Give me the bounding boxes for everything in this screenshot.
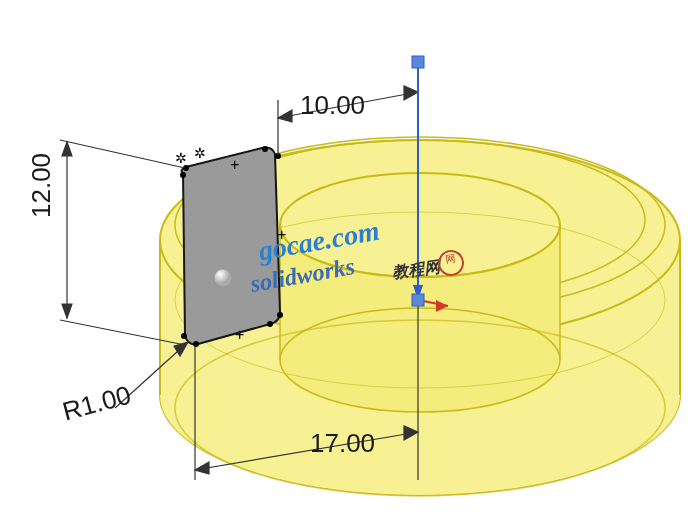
svg-point-19 (180, 172, 186, 178)
svg-text:+: + (235, 326, 244, 343)
svg-point-16 (267, 321, 273, 327)
axis-handle-center[interactable] (412, 294, 424, 306)
svg-text:✲: ✲ (175, 150, 187, 166)
dim-width-bottom[interactable]: 17.00 (310, 428, 375, 459)
svg-marker-29 (62, 142, 72, 156)
svg-text:+: + (277, 226, 286, 243)
svg-text:+: + (230, 156, 239, 173)
svg-marker-41 (195, 462, 209, 474)
svg-text:✲: ✲ (194, 145, 206, 161)
svg-point-13 (262, 146, 268, 152)
dim-width-top[interactable]: 10.00 (300, 90, 365, 121)
svg-marker-34 (278, 110, 292, 122)
dim-height[interactable]: 12.00 (26, 153, 57, 218)
svg-point-15 (277, 312, 283, 318)
svg-marker-35 (404, 86, 418, 100)
svg-point-17 (193, 341, 199, 347)
svg-point-18 (181, 333, 187, 339)
sketch-profile[interactable]: + + + + ✲ ✲ (175, 145, 286, 347)
axis-handle-top[interactable] (412, 56, 424, 68)
svg-line-26 (60, 140, 185, 168)
svg-marker-30 (62, 304, 72, 318)
sketch-origin-marker (214, 269, 232, 287)
